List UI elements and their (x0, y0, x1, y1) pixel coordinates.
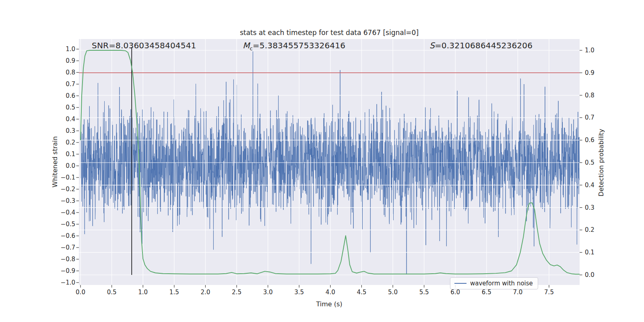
left-y-tick-label: 0.4 (51, 116, 75, 123)
x-tick-label: 7.5 (544, 289, 554, 296)
right-y-tick-label: 0.2 (585, 226, 594, 233)
right-y-tick-label: 1.0 (585, 47, 594, 54)
left-y-tick-label: −0.3 (51, 197, 75, 204)
chirp-mass-symbol: M (243, 41, 250, 50)
right-y-axis-label: Detection probability (597, 129, 605, 196)
x-tick-label: 3.5 (294, 289, 304, 296)
chart-title: stats at each timestep for test data 676… (240, 29, 419, 37)
legend-waveform-label: waveform with noise (470, 280, 533, 287)
annotation-snr: SNR=8.03603458404541 (92, 41, 196, 50)
left-y-tick-label: 0.9 (51, 57, 75, 64)
x-tick-label: 6.5 (482, 289, 491, 296)
left-y-tick-label: −0.8 (51, 256, 75, 263)
right-y-tick-label: 0.3 (585, 204, 594, 211)
left-y-tick-label: 0.6 (51, 92, 75, 99)
x-tick-label: 1.5 (169, 289, 179, 296)
chirp-mass-subscript: c (250, 45, 252, 52)
left-y-tick-label: −0.4 (51, 209, 75, 216)
significance-symbol: S (429, 41, 435, 50)
legend-waveform-line-sample (454, 283, 466, 284)
left-y-tick-label: 0.5 (51, 104, 75, 111)
left-y-tick-label: −0.7 (51, 244, 75, 251)
significance-value: =0.3210686445236206 (435, 41, 533, 50)
x-tick-label: 6.0 (450, 289, 460, 296)
right-y-tick-label: 0.7 (585, 114, 594, 121)
left-y-tick-label: −0.6 (51, 232, 75, 239)
left-y-tick-label: 0.8 (51, 69, 75, 76)
annotation-chirp-mass: Mc=5.383455753326416 (243, 41, 345, 52)
right-y-tick-label: 0.1 (585, 249, 594, 256)
x-tick-label: 2.5 (232, 289, 242, 296)
legend: waveform with noise (450, 277, 538, 289)
right-y-tick-label: 0.8 (585, 92, 594, 99)
left-y-tick-label: −0.9 (51, 267, 75, 275)
left-y-tick-label: −0.5 (51, 221, 75, 228)
x-tick-label: 0.5 (107, 289, 117, 296)
right-y-tick-label: 0.9 (585, 69, 594, 76)
x-tick-label: 3.0 (263, 289, 273, 296)
x-tick-label: 4.0 (326, 289, 335, 296)
x-tick-label: 2.0 (200, 289, 210, 296)
left-y-tick-label: −1.0 (51, 279, 75, 286)
left-y-axis-label: Whitened strain (51, 136, 59, 187)
x-tick-label: 7.0 (513, 289, 522, 296)
x-tick-label: 4.5 (357, 289, 366, 296)
left-y-tick-label: 0.7 (51, 80, 75, 88)
right-y-tick-label: 0.5 (585, 159, 594, 166)
x-tick-label: 1.0 (138, 289, 148, 296)
snr-text: SNR=8.03603458404541 (92, 41, 196, 50)
left-y-tick-label: 0.3 (51, 127, 75, 134)
left-y-tick-label: 1.0 (51, 45, 75, 53)
right-y-tick-label: 0.6 (585, 136, 594, 144)
x-tick-label: 5.0 (388, 289, 398, 296)
right-y-tick-label: 0.0 (585, 271, 594, 279)
x-axis-label: Time (s) (316, 300, 342, 308)
x-tick-label: 5.5 (419, 289, 429, 296)
chirp-mass-value: =5.383455753326416 (253, 41, 345, 50)
right-y-tick-label: 0.4 (585, 182, 594, 189)
x-tick-label: 0.0 (76, 289, 85, 296)
annotation-significance: S=0.3210686445236206 (429, 41, 533, 50)
figure: stats at each timestep for test data 676… (0, 0, 644, 322)
